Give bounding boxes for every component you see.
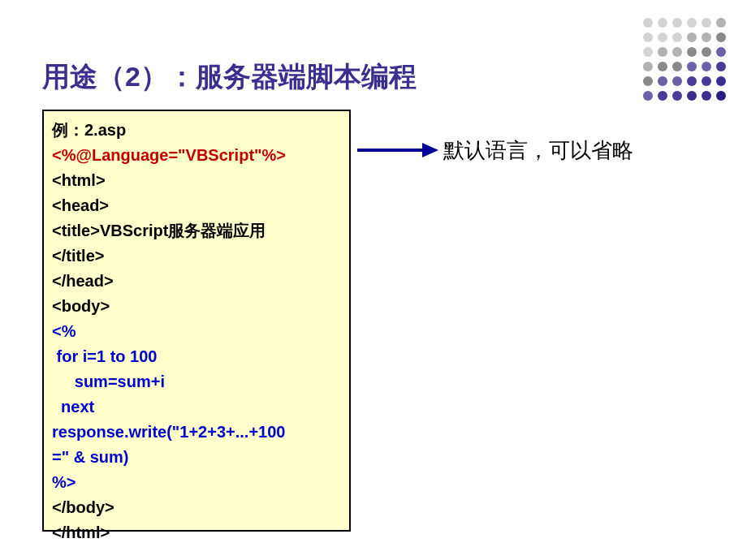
- code-example-box: 例：2.asp <%@Language="VBScript"%> <html> …: [42, 110, 351, 532]
- dot-icon: [672, 76, 682, 86]
- dot-icon: [643, 91, 653, 101]
- code-html-close: </html>: [52, 520, 341, 545]
- dot-icon: [672, 91, 682, 101]
- dot-icon: [672, 62, 682, 71]
- dot-icon: [658, 91, 667, 101]
- dot-icon: [643, 62, 653, 71]
- code-example-label: 例：2.asp: [52, 118, 341, 143]
- dot-icon: [687, 18, 697, 28]
- code-title-close: </title>: [52, 243, 341, 269]
- dot-icon: [672, 18, 682, 28]
- dot-icon: [716, 32, 726, 42]
- dot-icon: [702, 62, 711, 71]
- dot-icon: [672, 47, 682, 57]
- code-for-line: for i=1 to 100: [52, 344, 341, 369]
- dot-icon: [658, 47, 667, 57]
- dot-icon: [687, 91, 697, 101]
- dot-icon: [687, 76, 697, 86]
- code-asp-open: <%: [52, 319, 341, 344]
- annotation-text: 默认语言，可以省略: [443, 136, 633, 165]
- dot-icon: [702, 18, 711, 28]
- dot-icon: [658, 62, 667, 71]
- dot-icon: [716, 76, 726, 86]
- dot-icon: [687, 62, 697, 71]
- code-body-open: <body>: [52, 294, 341, 319]
- dot-icon: [658, 32, 667, 42]
- dot-icon: [716, 47, 726, 57]
- slide-title: 用途（2）：服务器端脚本编程: [42, 58, 417, 96]
- dot-icon: [687, 47, 697, 57]
- code-body-close: </body>: [52, 495, 341, 520]
- code-html-open: <html>: [52, 168, 341, 193]
- dot-icon: [643, 32, 653, 42]
- dot-icon: [687, 32, 697, 42]
- dot-icon: [702, 91, 711, 101]
- dot-icon: [716, 91, 726, 101]
- dot-icon: [702, 32, 711, 42]
- code-head-open: <head>: [52, 193, 341, 218]
- code-next-line: next: [52, 394, 341, 420]
- corner-dots-decoration: [643, 18, 728, 102]
- dot-icon: [643, 47, 653, 57]
- dot-icon: [716, 62, 726, 71]
- code-asp-close: %>: [52, 470, 341, 495]
- dot-icon: [672, 32, 682, 42]
- dot-icon: [702, 76, 711, 86]
- code-head-close: </head>: [52, 269, 341, 294]
- svg-marker-1: [422, 143, 438, 157]
- dot-icon: [702, 47, 711, 57]
- code-sum-line: sum=sum+i: [52, 369, 341, 394]
- dot-icon: [658, 18, 667, 28]
- code-response-line2: =" & sum): [52, 445, 341, 470]
- dot-icon: [643, 18, 653, 28]
- dot-icon: [716, 18, 726, 28]
- code-title-line: <title>VBScript服务器端应用: [52, 218, 341, 243]
- code-response-line1: response.write("1+2+3+...+100: [52, 420, 341, 445]
- arrow-right-icon: [357, 138, 438, 162]
- dot-icon: [658, 76, 667, 86]
- dot-icon: [643, 76, 653, 86]
- code-language-directive: <%@Language="VBScript"%>: [52, 143, 341, 168]
